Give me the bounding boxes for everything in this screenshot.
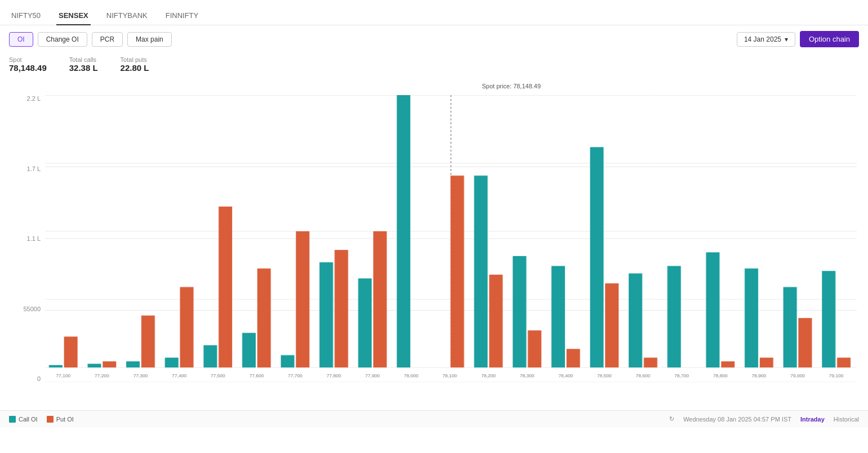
spot-label: Spot	[9, 56, 47, 63]
y-label-1: 2.2 L	[6, 95, 41, 102]
call-oi-legend-label: Call OI	[19, 416, 38, 423]
timestamp: Wednesday 08 Jan 2025 04:57 PM IST	[683, 416, 791, 423]
change-oi-filter-button[interactable]: Change OI	[38, 32, 87, 47]
y-label-3: 1.1 L	[6, 235, 41, 242]
oi-filter-button[interactable]: OI	[9, 32, 33, 47]
total-puts-stat: Total puts 22.80 L	[121, 56, 149, 73]
tab-sensex[interactable]: SENSEX	[56, 7, 91, 25]
max-pain-filter-button[interactable]: Max pain	[127, 32, 172, 47]
stats-row: Spot 78,148.49 Total calls 32.38 L Total…	[0, 53, 868, 78]
total-puts-label: Total puts	[121, 56, 149, 63]
footer-right: ↻ Wednesday 08 Jan 2025 04:57 PM IST Int…	[669, 415, 859, 423]
historical-button[interactable]: Historical	[834, 416, 859, 423]
spot-stat: Spot 78,148.49	[9, 56, 47, 73]
chart-canvas	[45, 95, 857, 382]
tab-niftybank[interactable]: NIFTYBANK	[104, 7, 150, 25]
date-selector[interactable]: 14 Jan 2025 ▾	[737, 32, 795, 47]
call-oi-legend-dot	[9, 416, 16, 423]
refresh-icon[interactable]: ↻	[669, 415, 674, 423]
y-label-4: 55000	[6, 306, 41, 312]
pcr-filter-button[interactable]: PCR	[92, 32, 123, 47]
call-oi-legend: Call OI	[9, 416, 38, 423]
put-oi-legend: Put OI	[47, 416, 74, 423]
total-calls-stat: Total calls 32.38 L	[69, 56, 98, 73]
chevron-down-icon: ▾	[785, 35, 788, 43]
chart-area: 2.2 L 1.7 L 1.1 L 55000 0 Spot price: 78…	[0, 78, 868, 410]
y-label-2: 1.7 L	[6, 165, 41, 172]
footer: Call OI Put OI ↻ Wednesday 08 Jan 2025 0…	[0, 410, 868, 427]
total-calls-value: 32.38 L	[69, 63, 98, 73]
y-label-5: 0	[6, 375, 41, 382]
controls-row: OI Change OI PCR Max pain 14 Jan 2025 ▾ …	[0, 25, 868, 53]
index-tabs: NIFTY50 SENSEX NIFTYBANK FINNIFTY	[0, 0, 868, 25]
spot-price-label: Spot price: 78,148.49	[482, 83, 541, 89]
put-oi-legend-label: Put OI	[56, 416, 74, 423]
option-chain-button[interactable]: Option chain	[800, 31, 859, 47]
intraday-button[interactable]: Intraday	[800, 416, 825, 423]
chart-legend: Call OI Put OI	[9, 416, 74, 423]
total-calls-label: Total calls	[69, 56, 98, 63]
put-oi-legend-dot	[47, 416, 54, 423]
total-puts-value: 22.80 L	[121, 63, 149, 73]
tab-nifty50[interactable]: NIFTY50	[9, 7, 43, 25]
spot-value: 78,148.49	[9, 63, 47, 73]
tab-finnifty[interactable]: FINNIFTY	[163, 7, 201, 25]
y-axis: 2.2 L 1.7 L 1.1 L 55000 0	[6, 95, 41, 382]
